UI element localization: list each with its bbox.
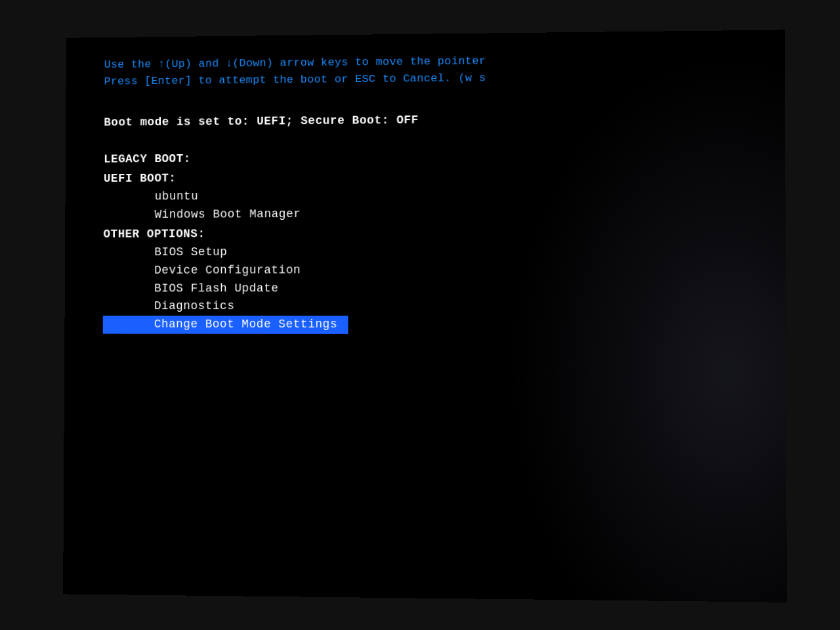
menu-item-ubuntu[interactable]: ubuntu <box>104 185 745 206</box>
arrow-up-symbol: ↑ <box>158 58 165 70</box>
legacy-boot-section: LEGACY BOOT: <box>104 147 745 169</box>
monitor-bezel: Use the ↑(Up) and ↓(Down) arrow keys to … <box>0 0 840 630</box>
bios-screen: Use the ↑(Up) and ↓(Down) arrow keys to … <box>63 30 787 602</box>
legacy-boot-header: LEGACY BOOT: <box>104 147 745 169</box>
menu-item-diagnostics[interactable]: Diagnostics <box>103 297 746 316</box>
other-options-section: OTHER OPTIONS: BIOS Setup Device Configu… <box>103 223 746 334</box>
menu-item-device-configuration[interactable]: Device Configuration <box>103 261 745 280</box>
menu-item-change-boot-mode-settings[interactable]: Change Boot Mode Settings <box>103 316 348 334</box>
other-options-header: OTHER OPTIONS: <box>103 223 745 243</box>
uefi-boot-section: UEFI BOOT: ubuntu Windows Boot Manager <box>104 167 746 224</box>
menu-item-bios-flash-update[interactable]: BIOS Flash Update <box>103 279 746 298</box>
arrow-down-symbol: ↓ <box>226 57 232 70</box>
menu-item-windows-boot-manager[interactable]: Windows Boot Manager <box>104 203 746 224</box>
bios-content: Use the ↑(Up) and ↓(Down) arrow keys to … <box>64 30 786 354</box>
menu-item-bios-setup[interactable]: BIOS Setup <box>103 242 745 262</box>
